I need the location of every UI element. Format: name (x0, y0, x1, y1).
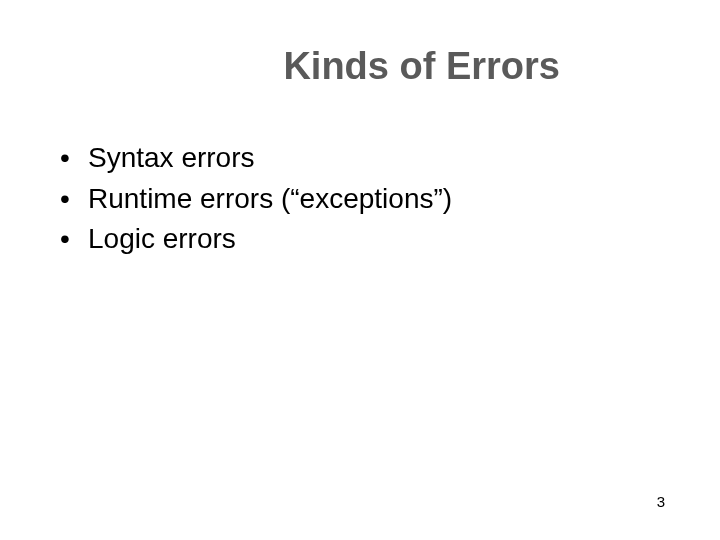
list-item: Runtime errors (“exceptions”) (60, 179, 670, 220)
list-item: Logic errors (60, 219, 670, 260)
slide-title: Kinds of Errors (50, 45, 670, 88)
list-item: Syntax errors (60, 138, 670, 179)
slide: Kinds of Errors Syntax errors Runtime er… (0, 0, 720, 540)
page-number: 3 (657, 493, 665, 510)
bullet-list: Syntax errors Runtime errors (“exception… (50, 138, 670, 260)
